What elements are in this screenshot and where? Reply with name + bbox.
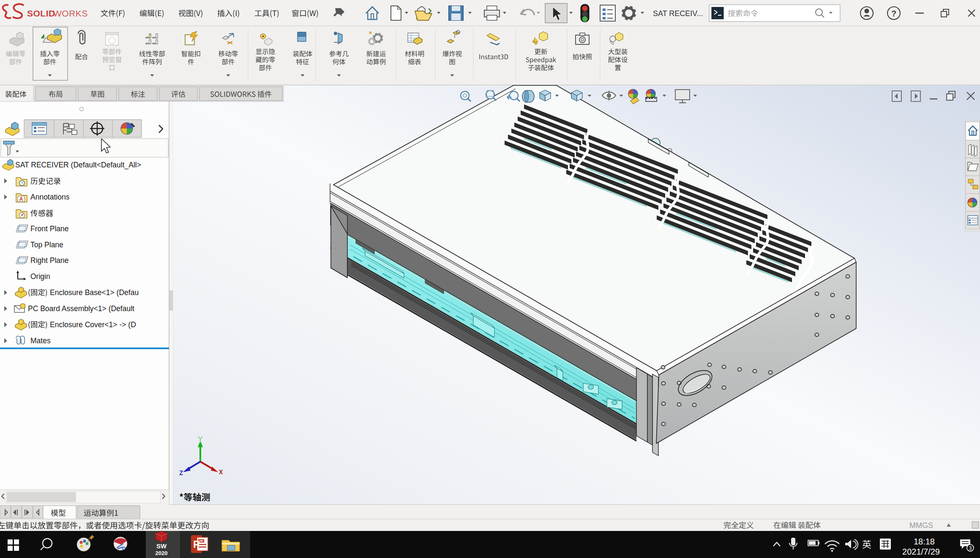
svg-text:Front Plane: Front Plane [30, 224, 68, 233]
svg-text:3: 3 [969, 545, 972, 551]
svg-text:SW: SW [156, 542, 167, 550]
svg-text:SOLID: SOLID [27, 8, 55, 18]
svg-text:MMGS: MMGS [909, 521, 933, 530]
svg-text:2021/7/29: 2021/7/29 [902, 547, 940, 556]
svg-text:Top Plane: Top Plane [30, 241, 63, 249]
svg-text:?: ? [891, 9, 896, 18]
svg-text:Right Plane: Right Plane [30, 256, 68, 265]
svg-text:18:18: 18:18 [914, 537, 935, 546]
svg-text:Mates: Mates [30, 336, 51, 345]
svg-text:Annotations: Annotations [30, 193, 70, 201]
svg-text:PC Board Assembly<1> (Default: PC Board Assembly<1> (Default [28, 304, 134, 313]
svg-text:Origin: Origin [30, 272, 50, 281]
svg-text:SAT RECEIV...: SAT RECEIV... [653, 9, 703, 18]
svg-text:2020: 2020 [156, 550, 168, 556]
svg-text:WORKS: WORKS [53, 8, 88, 18]
svg-text:SAT RECEIVER (Default<Default: SAT RECEIVER (Default<Default_All> [15, 161, 141, 170]
svg-text:Enclosure Cover<1> -> (D: Enclosure Cover<1> -> (D [50, 320, 136, 329]
svg-text:P: P [193, 539, 200, 550]
svg-text:Enclosure Base<1> (Defau: Enclosure Base<1> (Defau [50, 288, 139, 297]
svg-text:A: A [19, 196, 23, 202]
